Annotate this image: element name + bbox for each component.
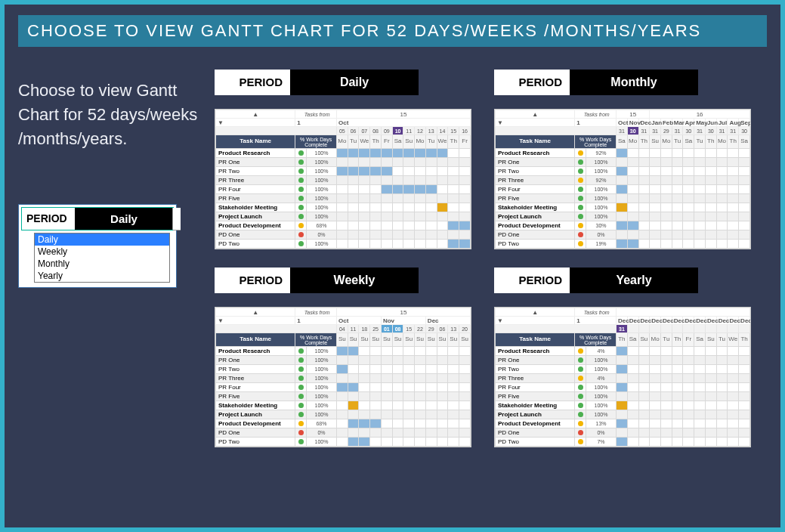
- gantt-cell: [359, 194, 370, 203]
- nav-up-button[interactable]: ▲: [216, 308, 295, 317]
- gantt-cell: [728, 149, 739, 158]
- day-header: Th: [739, 333, 750, 347]
- gantt-cell: [437, 392, 448, 401]
- gantt-cell: [403, 410, 415, 419]
- gantt-cell: [381, 194, 392, 203]
- gantt-cell: [370, 203, 382, 212]
- task-name-cell: PD One: [496, 428, 575, 438]
- month-header: Apr: [683, 119, 694, 127]
- gantt-cell: [617, 149, 628, 158]
- gantt-cell: [415, 158, 426, 167]
- gantt-cell: [425, 374, 437, 383]
- gantt-cell: [694, 221, 706, 230]
- day-header: Mo: [660, 135, 672, 149]
- month-header: May: [694, 119, 706, 127]
- day-header: Su: [348, 333, 359, 347]
- gantt-cell: [370, 347, 382, 356]
- gantt-cell: [728, 419, 739, 428]
- gantt-cell: [415, 230, 426, 240]
- task-pct-cell: 100%: [586, 167, 617, 176]
- gantt-cell: [705, 167, 716, 176]
- day-header: Su: [415, 333, 426, 347]
- nav-down-button[interactable]: ▼: [216, 119, 295, 127]
- period-option-yearly[interactable]: Yearly: [35, 270, 169, 282]
- task-pct-cell: 100%: [306, 194, 336, 203]
- gantt-cell: [359, 383, 370, 392]
- gantt-cell: [694, 212, 706, 221]
- gantt-cell: [627, 240, 638, 249]
- gantt-cell: [627, 356, 638, 365]
- gantt-cell: [617, 347, 628, 356]
- gantt-cell: [437, 212, 448, 221]
- task-name-cell: PD Two: [216, 438, 295, 447]
- gantt-cell: [425, 383, 437, 392]
- month-header: Nov: [381, 317, 425, 325]
- gantt-cell: [381, 356, 392, 365]
- chart-column-1: PERIOD Daily ▲ Tasks from15 ▼ 1Oct050607…: [215, 70, 471, 447]
- day-header: We: [437, 135, 448, 149]
- task-pct-cell: 100%: [586, 392, 617, 401]
- gantt-cell: [728, 158, 739, 167]
- gantt-cell: [392, 356, 403, 365]
- gantt-cell: [728, 194, 739, 203]
- date-header: 12: [415, 127, 426, 135]
- period-dropdown-widget: PERIOD Daily ▾ Daily Weekly Monthly Year…: [18, 204, 177, 288]
- gantt-cell: [403, 401, 415, 410]
- gantt-cell: [392, 428, 403, 438]
- task-status-dot: [575, 401, 586, 410]
- task-name-cell: PR Five: [216, 194, 295, 203]
- gantt-cell: [728, 167, 739, 176]
- day-header: Su: [650, 135, 661, 149]
- period-option-monthly[interactable]: Monthly: [35, 258, 169, 270]
- gantt-cell: [437, 438, 448, 447]
- task-name-cell: Product Development: [496, 221, 575, 230]
- gantt-cell: [638, 401, 650, 410]
- nav-up-button[interactable]: ▲: [496, 110, 575, 119]
- gantt-cell: [425, 221, 437, 230]
- gantt-cell: [348, 392, 359, 401]
- gantt-cell: [425, 194, 437, 203]
- task-name-cell: PR One: [216, 356, 295, 365]
- gantt-cell: [415, 401, 426, 410]
- gantt-cell: [650, 419, 661, 428]
- nav-down-button[interactable]: ▼: [496, 119, 575, 127]
- task-pct-cell: 100%: [586, 158, 617, 167]
- task-name-cell: PR Four: [216, 383, 295, 392]
- task-row: PD One0%: [496, 428, 750, 438]
- nav-up-button[interactable]: ▲: [216, 110, 295, 119]
- task-name-cell: PR Two: [216, 365, 295, 374]
- gantt-cell: [359, 428, 370, 438]
- gantt-cell: [705, 410, 716, 419]
- gantt-cell: [694, 230, 706, 240]
- period-option-daily[interactable]: Daily: [35, 234, 169, 246]
- date-header: 07: [359, 127, 370, 135]
- task-row: PR Two100%: [216, 365, 471, 374]
- date-header: 25: [370, 325, 382, 333]
- dropdown-arrow-icon[interactable]: ▾: [173, 223, 181, 230]
- gantt-cell: [739, 212, 750, 221]
- gantt-cell: [415, 438, 426, 447]
- period-option-weekly[interactable]: Weekly: [35, 246, 169, 258]
- date-header: 30: [705, 127, 716, 135]
- tasks-from-label: Tasks from: [575, 110, 617, 119]
- gantt-cell: [425, 401, 437, 410]
- nav-down-button[interactable]: ▼: [496, 317, 575, 325]
- gantt-cell: [403, 194, 415, 203]
- gantt-cell: [739, 365, 750, 374]
- task-name-cell: Stakeholder Meeting: [216, 401, 295, 410]
- gantt-cell: [716, 203, 728, 212]
- nav-up-button[interactable]: ▲: [496, 308, 575, 317]
- task-name-cell: PR Five: [216, 392, 295, 401]
- gantt-cell: [660, 428, 672, 438]
- gantt-cell: [627, 149, 638, 158]
- gantt-cell: [336, 383, 348, 392]
- month-header: Dec: [728, 317, 739, 325]
- gantt-cell: [437, 356, 448, 365]
- task-pct-cell: 100%: [586, 194, 617, 203]
- gantt-cell: [672, 428, 683, 438]
- gantt-cell: [403, 167, 415, 176]
- period-selector[interactable]: PERIOD Daily ▾: [21, 207, 174, 230]
- nav-down-button[interactable]: ▼: [216, 317, 295, 325]
- gantt-cell: [359, 185, 370, 194]
- gantt-cell: [694, 185, 706, 194]
